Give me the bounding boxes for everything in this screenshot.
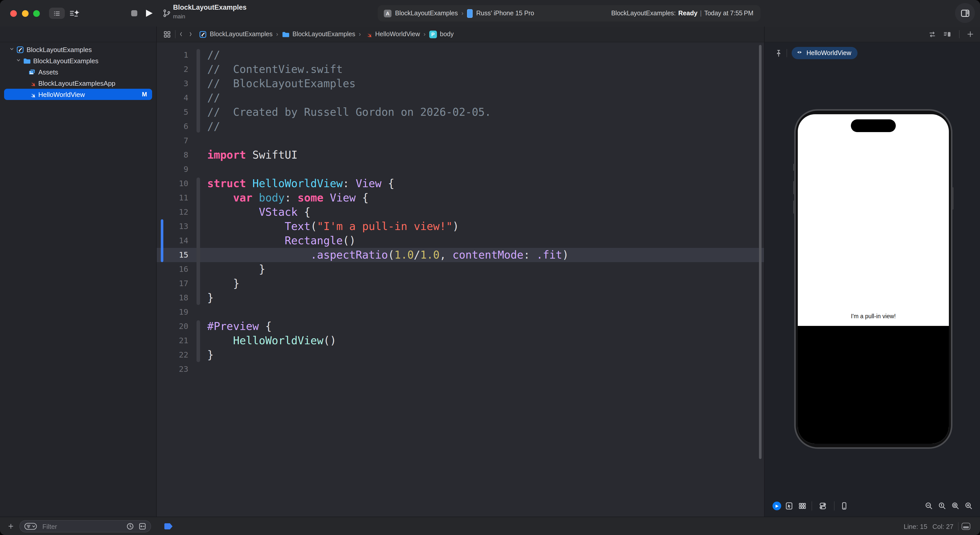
add-item-button[interactable]: + [8,517,14,535]
line-number[interactable]: 8 [157,148,188,162]
swap-editor-icon[interactable] [928,30,937,38]
code-line-8[interactable]: 8import SwiftUI [157,148,764,162]
breakpoints-toggle[interactable] [164,523,172,529]
live-preview-button[interactable] [773,502,781,510]
preview-tab[interactable]: HelloWorldView [792,47,858,59]
toggle-inspector-button[interactable] [955,3,975,23]
line-number[interactable]: 12 [157,205,188,219]
editor-scrollbar[interactable] [759,45,762,459]
line-number[interactable]: 16 [157,262,188,276]
code-line-3[interactable]: 3// BlockLayoutExamples [157,76,764,91]
add-editor-button[interactable] [967,30,974,38]
breadcrumb-item[interactable]: BlockLayoutExamples [199,30,272,38]
canvas-header: HelloWorldView [765,42,980,64]
line-number[interactable]: 4 [157,91,188,105]
device-screen[interactable]: I'm a pull-in view! [798,114,949,444]
related-items-button[interactable] [163,30,171,38]
selectable-mode-button[interactable] [785,502,793,510]
line-number[interactable]: 11 [157,191,188,205]
scheme-selector[interactable]: A BlockLayoutExamples › Russ’ iPhone 15 … [378,5,540,21]
go-forward-button[interactable] [189,30,194,38]
cursor-position[interactable]: Line: 15 Col: 27 [904,517,953,535]
code-line-13[interactable]: 13 Text("I'm a pull-in view!") [157,219,764,233]
build-status[interactable]: BlockLayoutExamples: Ready | Today at 7:… [611,5,753,21]
sidebar-item-HelloWorldView[interactable]: HelloWorldViewM [4,89,152,100]
code-line-1[interactable]: 1// [157,48,764,62]
code-line-6[interactable]: 6// [157,119,764,133]
code-line-17[interactable]: 17 } [157,276,764,291]
line-number[interactable]: 7 [157,133,188,148]
filter-funnel-icon[interactable] [24,522,37,530]
editor-layout-icon[interactable] [943,30,952,38]
line-number[interactable]: 5 [157,105,188,119]
navigator-menu-button[interactable] [49,8,65,19]
breadcrumb-item[interactable]: Pbody [429,30,454,38]
source-editor[interactable]: 1//2// ContentView.swift3// BlockLayoutE… [157,42,764,517]
line-number[interactable]: 18 [157,291,188,305]
code-line-4[interactable]: 4// [157,91,764,105]
zoom-window-button[interactable] [33,10,40,17]
code-line-15[interactable]: 15 .aspectRatio(1.0/1.0, contentMode: .f… [157,248,764,262]
line-number[interactable]: 2 [157,62,188,76]
sidebar-item-BlockLayoutExamples[interactable]: BlockLayoutExamples [4,55,152,66]
code-line-19[interactable]: 19 [157,305,764,319]
sidebar-item-BlockLayoutExamples[interactable]: BlockLayoutExamples [4,44,152,55]
breadcrumb-item[interactable]: BlockLayoutExamples [282,30,355,38]
breadcrumb-item[interactable]: HelloWorldView [364,30,420,38]
line-number[interactable]: 6 [157,119,188,133]
code-line-18[interactable]: 18} [157,291,764,305]
line-number[interactable]: 3 [157,76,188,91]
line-number[interactable]: 19 [157,305,188,319]
stop-button[interactable] [131,10,137,16]
line-number[interactable]: 15 [157,248,188,262]
line-number[interactable]: 22 [157,348,188,362]
code-line-14[interactable]: 14 Rectangle() [157,233,764,248]
code-line-21[interactable]: 21 HelloWorldView() [157,333,764,348]
code-line-20[interactable]: 20#Preview { [157,319,764,333]
sidebar-item-BlockLayoutExamplesApp[interactable]: BlockLayoutExamplesApp [4,78,152,89]
navigator-filter-field[interactable] [19,520,151,532]
code-line-12[interactable]: 12 VStack { [157,205,764,219]
source-control-filter-icon[interactable] [138,522,146,530]
intelligence-button[interactable] [68,8,81,18]
code-line-22[interactable]: 22} [157,348,764,362]
minimize-window-button[interactable] [22,10,28,17]
filter-input[interactable] [41,522,122,531]
device-settings-button[interactable] [819,502,827,510]
line-number[interactable]: 17 [157,276,188,291]
zoom-100-button[interactable] [938,502,946,510]
recent-files-icon[interactable] [126,522,134,530]
zoom-fit-button[interactable] [951,502,959,510]
zoom-out-button[interactable] [925,502,933,510]
line-number[interactable]: 20 [157,319,188,333]
code-line-16[interactable]: 16 } [157,262,764,276]
line-number[interactable]: 9 [157,162,188,176]
go-back-button[interactable] [180,30,184,38]
code-line-5[interactable]: 5// Created by Russell Gordon on 2026-02… [157,105,764,119]
disclosure-chevron-icon[interactable] [16,58,22,64]
code-line-9[interactable]: 9 [157,162,764,176]
line-number[interactable]: 13 [157,219,188,233]
code-line-2[interactable]: 2// ContentView.swift [157,62,764,76]
zoom-in-button[interactable] [965,502,973,510]
pin-icon[interactable] [775,49,783,58]
canvas-divider[interactable] [764,27,765,517]
code-line-11[interactable]: 11 var body: some View { [157,191,764,205]
code-line-10[interactable]: 10struct HelloWorldView: View { [157,176,764,191]
code-line-23[interactable]: 23 [157,362,764,376]
preview-text: I'm a pull-in view! [798,313,949,319]
run-button[interactable] [146,10,153,17]
line-number[interactable]: 1 [157,48,188,62]
sidebar-item-Assets[interactable]: Assets [4,66,152,78]
navigator-divider[interactable] [156,27,157,517]
variants-mode-button[interactable] [798,502,807,510]
line-number[interactable]: 23 [157,362,188,376]
editor-bottom-bar-toggle[interactable] [962,523,970,530]
line-number[interactable]: 14 [157,233,188,248]
line-number[interactable]: 21 [157,333,188,348]
close-window-button[interactable] [10,10,17,17]
preview-device-button[interactable] [840,502,848,510]
line-number[interactable]: 10 [157,176,188,191]
disclosure-chevron-icon[interactable] [9,47,16,52]
code-line-7[interactable]: 7 [157,133,764,148]
